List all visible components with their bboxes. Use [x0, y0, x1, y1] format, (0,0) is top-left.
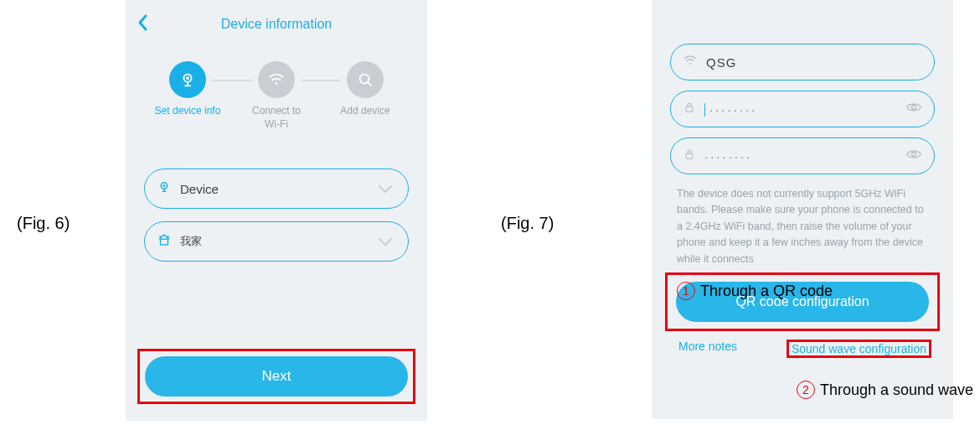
step-1-label: Set device info [155, 105, 221, 118]
svg-point-5 [360, 75, 369, 84]
annotation-1-text: Through a QR code [700, 283, 833, 300]
step-2-label: Connect to Wi-Fi [252, 105, 301, 131]
next-highlight-box: Next [137, 349, 415, 404]
svg-point-8 [163, 184, 166, 187]
camera-small-icon [157, 179, 172, 198]
circled-1-icon: 1 [677, 282, 695, 300]
annotation-1: 1 Through a QR code [677, 282, 833, 300]
svg-point-16 [912, 106, 916, 110]
camera-icon [169, 61, 206, 98]
password-field-1[interactable]: ········ [670, 91, 935, 127]
wifi-icon [258, 61, 295, 98]
svg-point-14 [689, 63, 691, 65]
annotation-2: 2 Through a sound wave [797, 381, 973, 399]
lock-icon [683, 148, 696, 164]
svg-point-1 [186, 76, 189, 80]
eye-icon[interactable] [905, 101, 922, 117]
search-icon [347, 61, 384, 98]
svg-line-6 [368, 82, 371, 86]
text-cursor [704, 103, 705, 117]
home-icon [157, 232, 172, 251]
wifi-note: The device does not currently support 5G… [677, 186, 928, 267]
next-button[interactable]: Next [145, 356, 408, 397]
screen1: Device information Set device info Conne… [126, 0, 427, 421]
svg-point-4 [276, 82, 278, 85]
svg-rect-15 [686, 106, 693, 112]
fig6-label: (Fig. 6) [17, 214, 70, 233]
chevron-down-icon [378, 236, 393, 246]
device-select[interactable]: Device [144, 169, 409, 209]
ssid-value: QSG [706, 55, 922, 70]
password-1-value: ········ [704, 102, 905, 117]
password-field-2[interactable]: ········ [670, 137, 935, 174]
device-select-value: Device [180, 182, 378, 196]
step-3: Add device [328, 61, 403, 118]
back-button[interactable] [137, 14, 147, 34]
page-title: Device information [147, 17, 405, 32]
sound-wave-link[interactable]: Sound wave configuration [787, 340, 931, 358]
wifi-small-icon [683, 53, 698, 71]
svg-point-18 [912, 153, 916, 157]
password-2-value: ········ [704, 149, 905, 163]
screen2: QSG ········ ········ The device do [652, 0, 953, 419]
progress-stepper: Set device info Connect to Wi-Fi Add dev… [150, 61, 403, 131]
eye-icon[interactable] [905, 148, 922, 163]
step-2: Connect to Wi-Fi [239, 61, 314, 131]
location-select[interactable]: 我家 [144, 221, 409, 262]
ssid-field[interactable]: QSG [670, 44, 935, 80]
more-notes-link[interactable]: More notes [678, 340, 737, 358]
svg-rect-11 [161, 239, 168, 245]
step-3-label: Add device [340, 105, 389, 118]
links-row: More notes Sound wave configuration [678, 340, 926, 358]
chevron-down-icon [378, 184, 393, 194]
location-select-value: 我家 [180, 234, 378, 249]
fig7-label: (Fig. 7) [501, 214, 554, 233]
annotation-2-text: Through a sound wave [820, 381, 973, 399]
step-1: Set device info [150, 61, 225, 118]
header: Device information [137, 8, 415, 40]
svg-rect-17 [686, 153, 693, 158]
lock-icon [683, 101, 696, 117]
circled-2-icon: 2 [797, 381, 815, 399]
